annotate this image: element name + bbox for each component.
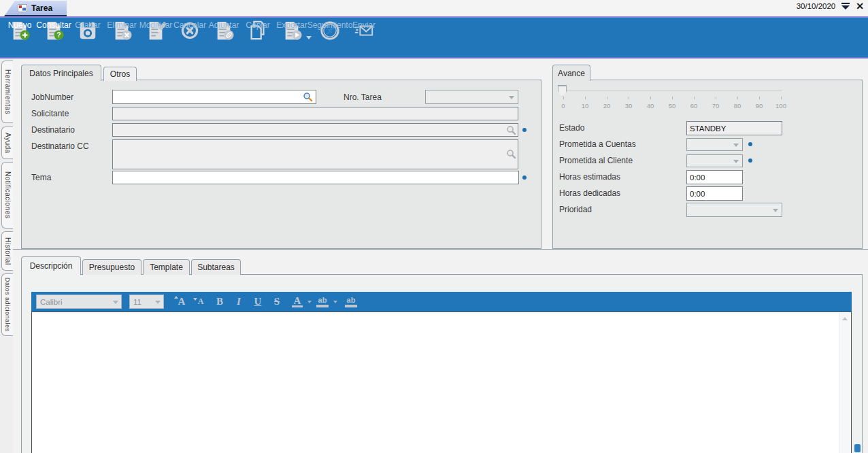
tab-avance[interactable]: Avance bbox=[552, 65, 590, 81]
font-color-icon: A bbox=[292, 296, 303, 307]
tick-label: 100 bbox=[775, 102, 786, 110]
consultar-button[interactable]: ? Consultar bbox=[37, 20, 71, 41]
tab-template[interactable]: Template bbox=[143, 259, 190, 275]
jobnumber-search-icon[interactable] bbox=[303, 92, 313, 102]
horas-dedicadas-label: Horas dedicadas bbox=[559, 188, 620, 198]
exportar-button: Exportar bbox=[275, 20, 309, 41]
sidebar-tab-datos-adicionales[interactable]: Datos adicionales bbox=[1, 273, 13, 336]
solicitante-input bbox=[112, 107, 518, 120]
seguimiento-button: Seguimiento bbox=[313, 20, 347, 41]
filter-triangle bbox=[841, 5, 850, 10]
prometida-cuentas-combo bbox=[686, 138, 743, 151]
tab-label: Datos Principales bbox=[29, 69, 93, 78]
tab-presupuesto[interactable]: Presupuesto bbox=[82, 259, 141, 275]
tema-label: Tema bbox=[31, 173, 51, 182]
svg-text:?: ? bbox=[56, 31, 61, 39]
tick-label: 50 bbox=[669, 102, 676, 110]
dropdown-arrow-icon bbox=[509, 96, 514, 99]
adjuntar-button: Adjuntar bbox=[207, 20, 241, 41]
tick-label: 20 bbox=[603, 102, 611, 110]
nuevo-button[interactable]: Nuevo bbox=[3, 20, 37, 41]
filter-bar bbox=[841, 3, 850, 4]
sidebar-tab-label: Datos adicionales bbox=[4, 278, 11, 332]
form-icon bbox=[18, 4, 28, 12]
tick-label: 40 bbox=[647, 102, 654, 110]
tab-label: Avance bbox=[558, 69, 585, 78]
required-indicator bbox=[748, 142, 752, 146]
eliminar-button: Eliminar bbox=[105, 20, 139, 41]
prioridad-combo bbox=[686, 203, 782, 217]
nro-tarea-label: Nro. Tarea bbox=[344, 93, 382, 102]
window-header: Tarea 30/10/2020 ✕ bbox=[0, 0, 868, 16]
prometida-cuentas-label: Prometida a Cuentas bbox=[559, 139, 636, 149]
horas-estimadas-input[interactable] bbox=[686, 170, 743, 184]
sidebar-tab-label: Herramientas bbox=[4, 69, 12, 114]
tick-label: 90 bbox=[756, 102, 763, 110]
dropdown-arrow-icon bbox=[733, 144, 739, 147]
sidebar-tab-notificaciones[interactable]: Notificaciones bbox=[1, 162, 13, 229]
tab-label: Descripción bbox=[30, 261, 73, 271]
button-label: Eliminar bbox=[107, 20, 136, 30]
cancelar-button: Cancelar bbox=[173, 20, 207, 41]
button-label: Enviar bbox=[352, 20, 375, 30]
tick-label: 60 bbox=[690, 102, 698, 110]
tab-label: Subtareas bbox=[197, 263, 235, 272]
tick-label: 30 bbox=[625, 102, 633, 110]
tick-label: 70 bbox=[712, 102, 720, 110]
button-label: Seguimiento bbox=[307, 20, 353, 30]
date-dropdown-icon[interactable] bbox=[841, 2, 850, 10]
clear-format-icon: ab bbox=[345, 296, 357, 307]
tick-label: 10 bbox=[582, 102, 589, 110]
horas-estimadas-label: Horas estimadas bbox=[559, 172, 620, 182]
sidebar-tab-historial[interactable]: Historial bbox=[1, 231, 13, 271]
tab-otros[interactable]: Otros bbox=[103, 67, 137, 81]
font-size-combo[interactable]: 11 bbox=[129, 295, 164, 309]
required-indicator bbox=[522, 175, 527, 180]
required-indicator bbox=[748, 158, 752, 163]
solicitante-label: Solicitante bbox=[31, 109, 69, 118]
dropdown-arrow-icon bbox=[733, 160, 739, 163]
button-label: Cancelar bbox=[173, 20, 206, 30]
tab-label: Template bbox=[150, 263, 183, 272]
underline-icon: U bbox=[250, 296, 266, 307]
tab-descripcion[interactable]: Descripción bbox=[21, 256, 81, 275]
tab-datos-principales[interactable]: Datos Principales bbox=[21, 65, 101, 81]
tab-subtareas[interactable]: Subtareas bbox=[191, 259, 241, 275]
tick-label: 0 bbox=[561, 102, 565, 110]
copiar-button: Copiar bbox=[241, 20, 275, 41]
strikethrough-icon: S bbox=[269, 296, 285, 307]
highlight-dropdown-icon bbox=[333, 301, 337, 303]
button-label: Exportar bbox=[276, 20, 307, 30]
window-tab-tarea[interactable]: Tarea bbox=[4, 1, 67, 16]
prioridad-label: Prioridad bbox=[559, 205, 592, 214]
horas-dedicadas-input[interactable] bbox=[686, 186, 743, 201]
destinatario-search-icon bbox=[506, 125, 516, 135]
enviar-button: Enviar bbox=[347, 20, 381, 41]
highlight-icon: ab bbox=[316, 296, 329, 307]
sidebar-tab-ayuda[interactable]: Ayuda bbox=[1, 127, 13, 159]
grabar-button: Grabar bbox=[71, 20, 105, 41]
estado-input bbox=[686, 121, 782, 135]
jobnumber-input[interactable] bbox=[112, 90, 316, 104]
sidebar-tab-herramientas[interactable]: Herramientas bbox=[1, 61, 13, 123]
italic-icon: I bbox=[231, 296, 247, 307]
font-family-combo[interactable]: Calibri bbox=[36, 295, 122, 309]
prometida-cliente-label: Prometida al Cliente bbox=[559, 156, 633, 165]
tab-label: Otros bbox=[110, 69, 130, 79]
destinatario-input bbox=[112, 123, 518, 137]
button-label: Nuevo bbox=[8, 20, 32, 30]
destinatario-cc-input bbox=[112, 139, 518, 169]
left-sidebar: Herramientas Ayuda Notificaciones Histor… bbox=[0, 58, 13, 453]
avance-slider-track[interactable] bbox=[563, 90, 782, 91]
close-icon[interactable]: ✕ bbox=[856, 2, 864, 10]
editor-scrollbar[interactable] bbox=[839, 313, 850, 453]
description-editor-area[interactable] bbox=[31, 312, 852, 453]
tema-input[interactable] bbox=[112, 171, 519, 184]
sidebar-tab-label: Historial bbox=[4, 237, 12, 265]
sidebar-tab-label: Notificaciones bbox=[4, 171, 12, 218]
bold-icon: B bbox=[212, 296, 228, 307]
font-family-value: Calibri bbox=[40, 298, 63, 306]
scroll-up-icon bbox=[842, 317, 848, 320]
window-tab-title: Tarea bbox=[31, 3, 52, 13]
nro-tarea-combo bbox=[425, 90, 518, 104]
